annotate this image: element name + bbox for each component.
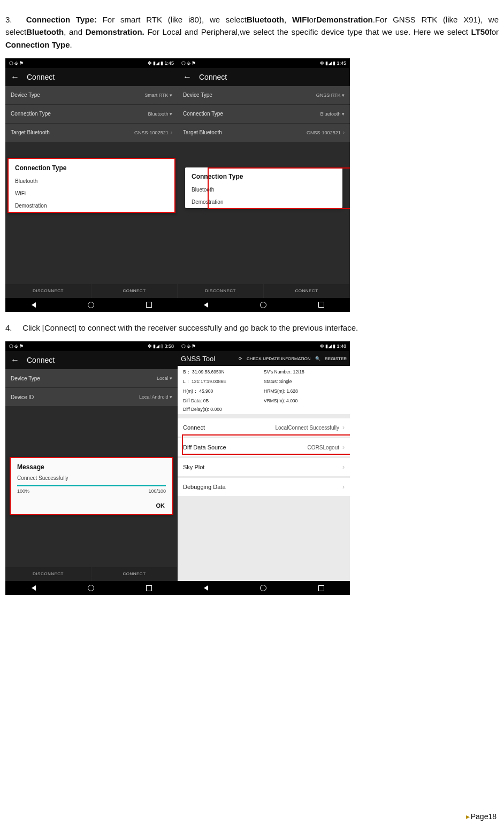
- nav-home-icon[interactable]: [88, 302, 94, 308]
- nav-back-icon[interactable]: [32, 302, 36, 308]
- nav-home-icon[interactable]: [260, 302, 266, 308]
- title: GNSS Tool: [181, 355, 215, 363]
- chevron-right-icon: ›: [342, 483, 345, 491]
- back-icon[interactable]: ←: [11, 72, 19, 82]
- android-nav-bar: [178, 298, 350, 312]
- title: Connect: [27, 356, 55, 364]
- chevron-right-icon: ›: [342, 463, 345, 471]
- row-target-bluetooth[interactable]: Target Bluetooth GNSS-1002521›: [5, 124, 178, 142]
- status-bar: ⬡⬙⚑ ✻▮◢▮1:45: [178, 58, 350, 68]
- popup-title: Connection Type: [185, 167, 342, 184]
- connection-type-popup: Connection Type Bluetooth WiFi Demostrat…: [7, 158, 175, 213]
- bottom-button-bar: DISCONNECT CONNECT: [5, 284, 178, 298]
- step3-paragraph: 3. Connection Type: For smart RTK (like …: [5, 13, 499, 51]
- row-debugging-data[interactable]: Debugging Data ›: [178, 478, 350, 498]
- row-device-type[interactable]: Device Type GNSS RTK ▾: [178, 86, 350, 105]
- info-panel: B： 31:09:58.6950N SV's Number: 12/18 L： …: [178, 366, 350, 414]
- back-icon[interactable]: ←: [183, 72, 192, 82]
- screenshot-smart-rtk: ⬡⬙⚑ ✻▮◢▮1:45 ← Connect Device Type Smart…: [5, 58, 178, 312]
- title-bar: ← Connect: [5, 351, 178, 369]
- row-sky-plot[interactable]: Sky Plot ›: [178, 458, 350, 478]
- register-label[interactable]: REGISTER: [325, 356, 347, 361]
- chevron-right-icon: ›: [342, 424, 345, 431]
- row-connection-type[interactable]: Connection Type Bluetooth ▾: [5, 105, 178, 124]
- screenshot-gnss-rtk: ⬡⬙⚑ ✻▮◢▮1:45 ← Connect Device Type GNSS …: [178, 58, 350, 312]
- screenshot-connect-success: ⬡⬙⚑ ✻▮◢▯3:58 ← Connect Device Type Local…: [5, 341, 178, 595]
- back-icon[interactable]: ←: [11, 355, 19, 365]
- connection-type-popup: Connection Type Bluetooth Demostration: [185, 167, 342, 208]
- bottom-button-bar: DISCONNECT CONNECT: [178, 284, 350, 298]
- nav-recent-icon[interactable]: [146, 585, 152, 591]
- chevron-right-icon: ›: [343, 129, 345, 135]
- nav-recent-icon[interactable]: [318, 585, 324, 591]
- android-nav-bar: [178, 581, 350, 595]
- title-bar: ← Connect: [5, 68, 178, 86]
- popup-title: Connection Type: [9, 159, 174, 175]
- screenshot-gnss-tool: ⬡⬙⚑ ✻▮◢▮1:48 GNSS Tool ⟳ CHECK UPDATE IN…: [178, 341, 350, 595]
- step4-paragraph: 4. Click [Connect] to connect with the r…: [5, 322, 499, 334]
- row-device-type[interactable]: Device Type Smart RTK ▾: [5, 86, 178, 105]
- ok-button[interactable]: OK: [11, 499, 172, 514]
- step4-number: 4.: [5, 322, 20, 334]
- option-demonstration[interactable]: Demostration: [9, 200, 174, 212]
- row-target-bluetooth[interactable]: Target Bluetooth GNSS-1002521›: [178, 124, 350, 142]
- step4-text: Click [Connect] to connect with the rece…: [22, 323, 358, 332]
- option-wifi[interactable]: WiFi: [9, 187, 174, 200]
- row-connect[interactable]: Connect LocalConnect Successfully›: [178, 418, 350, 438]
- status-bar: ⬡⬙⚑ ✻▮◢▮1:45: [5, 58, 178, 68]
- step3-label: Connection Type:: [26, 15, 97, 24]
- disconnect-button[interactable]: DISCONNECT: [5, 567, 91, 581]
- chevron-right-icon: ›: [342, 444, 345, 451]
- android-nav-bar: [5, 298, 178, 312]
- option-bluetooth[interactable]: Bluetooth: [9, 175, 174, 187]
- row-device-id[interactable]: Device ID Local Android ▾: [5, 388, 178, 407]
- row-diff-data-source[interactable]: Diff Data Source CORSLogout›: [178, 438, 350, 458]
- android-nav-bar: [5, 581, 178, 595]
- screenshots-row-1: ⬡⬙⚑ ✻▮◢▮1:45 ← Connect Device Type Smart…: [5, 58, 499, 312]
- disconnect-button[interactable]: DISCONNECT: [5, 284, 91, 298]
- progress-count: 100/100: [148, 488, 166, 494]
- nav-recent-icon[interactable]: [318, 302, 324, 308]
- disconnect-button[interactable]: DISCONNECT: [178, 284, 264, 298]
- title: Connect: [199, 73, 227, 81]
- nav-home-icon[interactable]: [88, 585, 94, 591]
- bottom-button-bar: DISCONNECT CONNECT: [5, 567, 178, 581]
- search-icon[interactable]: 🔍: [315, 356, 320, 361]
- connect-button[interactable]: CONNECT: [91, 567, 178, 581]
- refresh-icon[interactable]: ⟳: [239, 356, 242, 361]
- nav-back-icon[interactable]: [204, 585, 208, 591]
- status-bar: ⬡⬙⚑ ✻▮◢▮1:48: [178, 341, 350, 351]
- check-update-label[interactable]: CHECK UPDATE INFORMATION: [247, 356, 311, 361]
- message-title: Message: [11, 458, 172, 473]
- option-demonstration[interactable]: Demostration: [185, 196, 342, 208]
- connect-button[interactable]: CONNECT: [91, 284, 178, 298]
- connect-button[interactable]: CONNECT: [264, 284, 350, 298]
- message-body: Connect Successfully: [11, 473, 172, 485]
- status-bar: ⬡⬙⚑ ✻▮◢▯3:58: [5, 341, 178, 351]
- title-bar: GNSS Tool ⟳ CHECK UPDATE INFORMATION 🔍 R…: [178, 351, 350, 366]
- message-dialog: Message Connect Successfully 100%100/100…: [10, 457, 173, 515]
- nav-recent-icon[interactable]: [146, 302, 152, 308]
- row-connection-type[interactable]: Connection Type Bluetooth ▾: [178, 105, 350, 124]
- progress-percent: 100%: [17, 488, 29, 494]
- title: Connect: [27, 73, 55, 81]
- chevron-right-icon: ›: [171, 129, 172, 135]
- step3-number: 3.: [5, 13, 20, 26]
- screenshots-row-2: ⬡⬙⚑ ✻▮◢▯3:58 ← Connect Device Type Local…: [5, 341, 499, 595]
- nav-home-icon[interactable]: [260, 585, 266, 591]
- nav-back-icon[interactable]: [204, 302, 208, 308]
- title-bar: ← Connect: [178, 68, 350, 86]
- row-device-type[interactable]: Device Type Local ▾: [5, 369, 178, 388]
- nav-back-icon[interactable]: [32, 585, 36, 591]
- option-bluetooth[interactable]: Bluetooth: [185, 184, 342, 196]
